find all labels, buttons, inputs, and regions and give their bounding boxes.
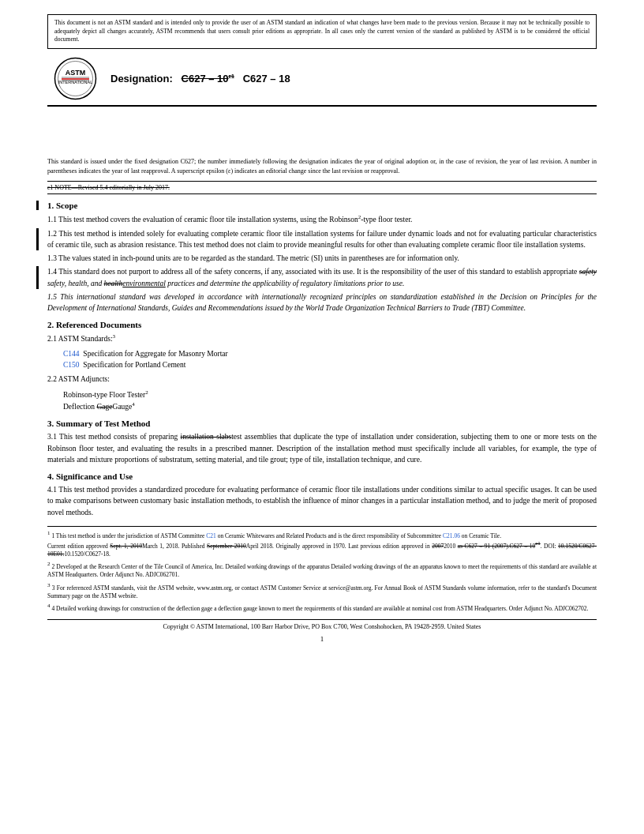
ref-c150-text: Specification for Portland Cement <box>83 361 185 369</box>
footnote-3: 3 3 For referenced ASTM standards, visit… <box>47 582 597 601</box>
footer-text: Copyright © ASTM International, 100 Barr… <box>163 623 481 630</box>
designation-label: Designation: C627 – 10ε1 C627 – 18 <box>110 73 290 85</box>
document-header: ASTM INTERNATIONAL Designation: C627 – 1… <box>47 57 597 107</box>
footnote-4: 4 4 Detailed working drawings for constr… <box>47 603 597 613</box>
scope-para-1-5: 1.5 This international standard was deve… <box>47 291 597 314</box>
s1-2-left-bar <box>36 228 39 251</box>
designation-new: C627 – 18 <box>243 73 290 85</box>
footnote-1: 1 1 This test method is under the jurisd… <box>47 530 597 559</box>
fn1-c21-link[interactable]: C21 <box>206 532 216 539</box>
page-number: 1 <box>47 635 597 643</box>
standard-info-para: This standard is issued under the fixed … <box>47 157 597 176</box>
title-section <box>47 115 597 150</box>
scope-para-1-3: 1.3 The values stated in inch-pound unit… <box>47 253 597 264</box>
footer-bar: Copyright © ASTM International, 100 Barr… <box>47 619 597 630</box>
top-notice-box: This document is not an ASTM standard an… <box>47 14 597 49</box>
s1-4-left-bar <box>36 266 39 289</box>
scope-left-bar <box>36 201 39 210</box>
ref-c144-num[interactable]: C144 <box>63 350 80 358</box>
s2-1-text: 2.1 ASTM Standards:3 <box>47 332 597 344</box>
scope-heading: 1. Scope <box>47 201 597 210</box>
designation-old: C627 – 10 <box>182 73 229 85</box>
fn1-c21-06-link[interactable]: C21.06 <box>443 532 460 539</box>
svg-text:ASTM: ASTM <box>65 69 85 77</box>
logo-area: ASTM INTERNATIONAL <box>47 57 103 100</box>
ref-list-adjuncts: Robinson-type Floor Tester2 Deflection G… <box>63 389 597 413</box>
adjunct-2: Deflection GageGauge4 <box>63 400 597 412</box>
scope-section: 1. Scope <box>47 201 597 210</box>
note-box: ε1 NOTE—Revised 5.4 editorially in July … <box>47 181 597 194</box>
designation-old-sup: ε1 <box>229 73 234 78</box>
ref-c150-num[interactable]: C150 <box>63 361 80 369</box>
scope-para-1-4: 1.4 This standard does not purport to ad… <box>47 266 597 289</box>
designation-area: Designation: C627 – 10ε1 C627 – 18 <box>103 73 597 85</box>
scope-para-1-2-wrapper: 1.2 This test method is intended solely … <box>47 228 597 251</box>
ref-c144-text: Specification for Aggregate for Masonry … <box>83 350 227 358</box>
top-notice-text: This document is not an ASTM standard an… <box>54 19 590 43</box>
main-title <box>47 115 597 150</box>
ref-item-c150: C150 Specification for Portland Cement <box>63 359 597 370</box>
ref-list-astm: C144 Specification for Aggregate for Mas… <box>63 348 597 371</box>
scope-para-1-4-wrapper: 1.4 This standard does not purport to ad… <box>47 266 597 289</box>
s2-2-text: 2.2 ASTM Adjuncts: <box>47 374 597 385</box>
note-text: ε1 NOTE—Revised 5.4 editorially in July … <box>47 184 170 191</box>
ref-docs-heading: 2. Referenced Documents <box>47 320 597 329</box>
astm-logo-icon: ASTM INTERNATIONAL <box>54 57 97 100</box>
sig-heading: 4. Significance and Use <box>47 471 597 481</box>
footnote-section: 1 1 This test method is under the jurisd… <box>47 526 597 614</box>
s4-1-text: 4.1 This test method provides a standard… <box>47 484 597 518</box>
ref-item-c144: C144 Specification for Aggregate for Mas… <box>63 348 597 359</box>
summary-heading: 3. Summary of Test Method <box>47 419 597 428</box>
scope-para-1-1: 1.1 This test method covers the evaluati… <box>47 213 597 225</box>
adjunct-1: Robinson-type Floor Tester2 <box>63 389 597 400</box>
scope-para-1-2: 1.2 This test method is intended solely … <box>47 228 597 251</box>
s3-1-text: 3.1 This test method consists of prepari… <box>47 431 597 465</box>
footnote-2: 2 2 Developed at the Research Center of … <box>47 561 597 580</box>
